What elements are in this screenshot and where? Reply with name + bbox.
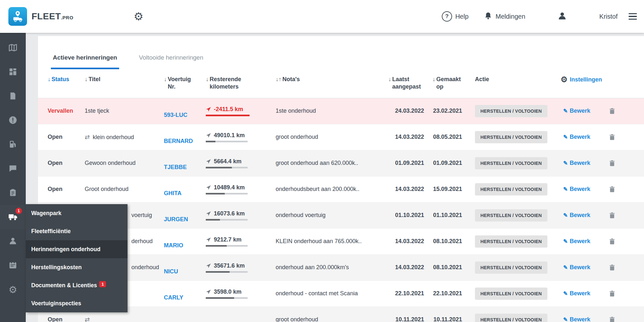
- vehicle-link[interactable]: JURGEN: [164, 216, 206, 223]
- table-row: Open⇄groot onderhoud10.11.202110.11.2021…: [38, 307, 644, 322]
- edit-button[interactable]: ✎Bewerk: [561, 108, 601, 114]
- navigation-icon: [206, 263, 211, 269]
- resolve-button[interactable]: HERSTELLEN / VOLTOOIEN: [475, 157, 547, 169]
- sidebar-item-alerts[interactable]: [0, 109, 26, 133]
- notification-badge: 1: [99, 281, 106, 287]
- flyout-item-herinneringen-onderhoud[interactable]: Herinneringen onderhoud: [26, 240, 128, 258]
- pencil-icon: ✎: [563, 186, 568, 192]
- delete-button[interactable]: [601, 159, 623, 167]
- clipboard-icon: [9, 188, 17, 198]
- table-row: Vervallen1ste tjeck593-LUC-2411.5 km1ste…: [38, 98, 644, 124]
- created-cell: 10.11.2021: [432, 316, 470, 322]
- avatar-icon: [557, 11, 567, 22]
- resolve-button[interactable]: HERSTELLEN / VOLTOOIEN: [475, 261, 547, 274]
- remaining-km-cell: 10489.4 km: [206, 184, 276, 194]
- resolve-button[interactable]: HERSTELLEN / VOLTOOIEN: [475, 183, 547, 195]
- vehicle-link[interactable]: GHITA: [164, 190, 206, 197]
- flyout-item-fleeteffici-ntie[interactable]: Fleetefficiëntie: [26, 222, 128, 240]
- flyout-item-voertuiginspecties[interactable]: Voertuiginspecties: [26, 294, 128, 312]
- sidebar-item-fuel[interactable]: [0, 133, 26, 157]
- tab-active-reminders[interactable]: Actieve herinneringen: [51, 46, 119, 69]
- created-cell: 15.09.2021: [432, 186, 470, 193]
- header-notas[interactable]: ↓↑Nota's: [276, 76, 388, 83]
- flyout-item-documenten-licenties[interactable]: Documenten & Licenties1: [26, 276, 128, 294]
- vehicle-link[interactable]: TJEBBE: [164, 164, 206, 171]
- menu-icon[interactable]: [629, 13, 637, 20]
- title-cell: ⇄: [85, 316, 164, 322]
- resolve-button[interactable]: HERSTELLEN / VOLTOOIEN: [475, 209, 547, 222]
- trash-icon: [609, 133, 616, 141]
- settings-gear-icon[interactable]: ⚙: [134, 11, 143, 22]
- vehicle-link[interactable]: BERNARD: [164, 138, 206, 145]
- resolve-button[interactable]: HERSTELLEN / VOLTOOIEN: [475, 314, 547, 322]
- delete-button[interactable]: [601, 264, 623, 271]
- title-cell: 1ste tjeck: [85, 108, 164, 114]
- pencil-icon: ✎: [563, 290, 568, 297]
- sidebar-item-chat[interactable]: [0, 157, 26, 181]
- edit-button[interactable]: ✎Bewerk: [561, 134, 601, 140]
- notifications-button[interactable]: Meldingen: [484, 12, 525, 22]
- delete-button[interactable]: [601, 238, 623, 245]
- header-status[interactable]: ↓Status: [48, 76, 85, 83]
- delete-button[interactable]: [601, 290, 623, 298]
- header-titel[interactable]: ↓Titel: [85, 76, 164, 83]
- vehicle-link[interactable]: NICU: [164, 268, 206, 275]
- sidebar-item-documents[interactable]: [0, 84, 26, 109]
- resolve-button[interactable]: HERSTELLEN / VOLTOOIEN: [475, 288, 547, 300]
- vehicle-link[interactable]: 593-LUC: [164, 112, 206, 118]
- vehicle-link[interactable]: CARLY: [164, 294, 206, 301]
- table-row: OpenvoertuigJURGEN16073.6 kmonderhoud vo…: [38, 203, 644, 229]
- delete-button[interactable]: [601, 212, 623, 219]
- edit-button[interactable]: ✎Bewerk: [561, 290, 601, 297]
- resolve-button[interactable]: HERSTELLEN / VOLTOOIEN: [475, 235, 547, 248]
- edit-button[interactable]: ✎Bewerk: [561, 264, 601, 271]
- delete-button[interactable]: [601, 107, 623, 115]
- table-header: ↓Status ↓Titel ↓Voertuig Nr. ↓Resterende…: [38, 69, 644, 98]
- table-settings-button[interactable]: ⚙ Instellingen: [561, 76, 623, 83]
- header-voertuig[interactable]: ↓Voertuig Nr.: [164, 76, 206, 91]
- edit-button[interactable]: ✎Bewerk: [561, 186, 601, 193]
- sidebar-item-tasks[interactable]: [0, 181, 26, 205]
- resolve-button[interactable]: HERSTELLEN / VOLTOOIEN: [475, 131, 547, 143]
- flyout-item-wagenpark[interactable]: Wagenpark: [26, 204, 128, 222]
- delete-button[interactable]: [601, 133, 623, 141]
- sidebar-item-dashboard[interactable]: [0, 60, 26, 84]
- action-cell: HERSTELLEN / VOLTOOIEN: [470, 261, 561, 274]
- vehicle-link[interactable]: MARIO: [164, 242, 206, 249]
- action-cell: HERSTELLEN / VOLTOOIEN: [470, 105, 561, 117]
- resolve-button[interactable]: HERSTELLEN / VOLTOOIEN: [475, 105, 547, 117]
- note-cell: onderhoud aan 200.000km's: [276, 264, 388, 271]
- person-icon: [8, 236, 17, 247]
- table-row: OpenonderhoudNICU35671.6 kmonderhoud aan…: [38, 255, 644, 281]
- navigation-icon: [206, 289, 211, 295]
- tab-completed-reminders[interactable]: Voltooide herinneringen: [137, 46, 205, 69]
- remaining-km-cell: 35671.6 km: [206, 262, 276, 273]
- tab-bar: Actieve herinneringen Voltooide herinner…: [51, 46, 644, 69]
- trash-icon: [609, 264, 616, 271]
- sidebar-item-map[interactable]: [0, 36, 26, 60]
- account-button[interactable]: [557, 11, 567, 22]
- help-button[interactable]: ? Help: [442, 11, 469, 22]
- trash-icon: [609, 238, 616, 245]
- delete-button[interactable]: [601, 316, 623, 322]
- table-row: OpenGewoon onderhoudTJEBBE5664.4 kmgroot…: [38, 150, 644, 176]
- notifications-label: Meldingen: [496, 13, 525, 20]
- action-cell: HERSTELLEN / VOLTOOIEN: [470, 183, 561, 195]
- sidebar-item-planning[interactable]: [0, 253, 26, 278]
- note-cell: onderhoud - contact met Scania: [276, 290, 388, 297]
- edit-button[interactable]: ✎Bewerk: [561, 238, 601, 245]
- edit-button[interactable]: ✎Bewerk: [561, 212, 601, 219]
- app-logo[interactable]: FLEET.PRO: [8, 7, 73, 26]
- edit-button[interactable]: ✎Bewerk: [561, 316, 601, 322]
- sidebar-item-fleet[interactable]: 1: [0, 205, 26, 229]
- header-gemaakt[interactable]: ↓Gemaakt op: [432, 76, 470, 91]
- sidebar-item-settings[interactable]: ⚙: [0, 278, 26, 302]
- action-cell: HERSTELLEN / VOLTOOIEN: [470, 209, 561, 222]
- header-laatst[interactable]: ↓Laatst aangepast: [388, 76, 432, 91]
- sidebar-item-users[interactable]: [0, 229, 26, 253]
- navigation-icon: [206, 133, 211, 138]
- header-resterende[interactable]: ↓Resterende kilometers: [206, 76, 276, 91]
- flyout-item-herstellingskosten[interactable]: Herstellingskosten: [26, 258, 128, 276]
- delete-button[interactable]: [601, 185, 623, 193]
- edit-button[interactable]: ✎Bewerk: [561, 160, 601, 166]
